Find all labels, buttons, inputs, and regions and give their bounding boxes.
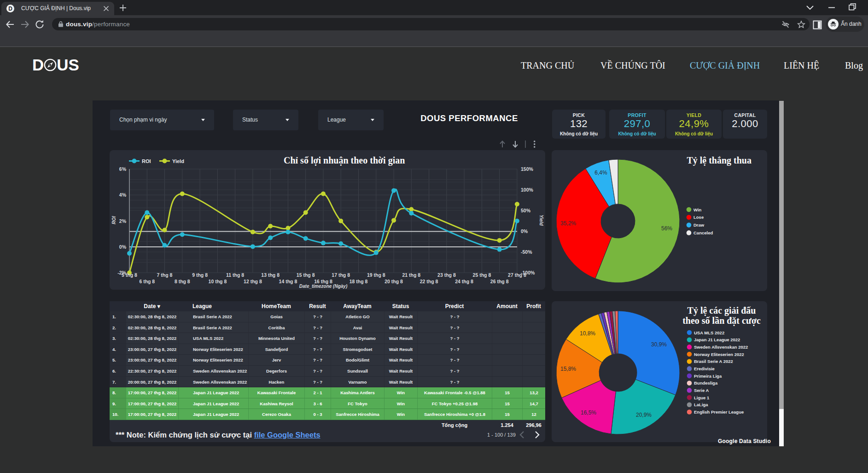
- svg-text:0%: 0%: [119, 244, 127, 250]
- svg-text:14 thg 8: 14 thg 8: [279, 279, 297, 284]
- svg-text:50%: 50%: [521, 208, 531, 213]
- svg-text:23 thg 8: 23 thg 8: [437, 272, 456, 278]
- svg-text:56%: 56%: [661, 225, 672, 232]
- svg-text:21 thg 8: 21 thg 8: [402, 272, 420, 278]
- svg-text:4%: 4%: [119, 192, 127, 198]
- svg-text:Japan J1 League 2022: Japan J1 League 2022: [694, 337, 740, 342]
- svg-text:24 thg 8: 24 thg 8: [455, 279, 473, 284]
- svg-text:22 thg 8: 22 thg 8: [420, 279, 438, 284]
- svg-text:10 thg 8: 10 thg 8: [209, 279, 227, 284]
- svg-text:Serie A: Serie A: [694, 388, 709, 393]
- svg-text:8 thg 8: 8 thg 8: [175, 279, 190, 284]
- svg-text:Lose: Lose: [693, 215, 704, 220]
- svg-text:Norway Eliteserien 2022: Norway Eliteserien 2022: [694, 352, 744, 357]
- svg-text:Bundesliga: Bundesliga: [694, 380, 718, 385]
- svg-text:2%: 2%: [119, 218, 127, 224]
- svg-text:Win: Win: [693, 207, 702, 212]
- svg-text:Draw: Draw: [693, 222, 705, 228]
- svg-text:10,8%: 10,8%: [580, 330, 595, 337]
- svg-text:15 thg 8: 15 thg 8: [297, 272, 315, 278]
- svg-text:9 thg 8: 9 thg 8: [192, 272, 208, 278]
- svg-text:35,2%: 35,2%: [560, 220, 576, 227]
- svg-text:6 thg 8: 6 thg 8: [139, 279, 155, 284]
- svg-text:Date_timezone (Ngày): Date_timezone (Ngày): [299, 284, 348, 289]
- svg-text:15,8%: 15,8%: [560, 366, 576, 372]
- svg-text:ROI: ROI: [111, 216, 117, 224]
- svg-text:English Premier League: English Premier League: [694, 409, 744, 415]
- svg-text:6,4%: 6,4%: [594, 169, 607, 176]
- svg-text:19 thg 8: 19 thg 8: [367, 272, 385, 278]
- svg-text:LaLiga: LaLiga: [694, 402, 708, 407]
- svg-text:ROI: ROI: [142, 158, 151, 164]
- svg-text:100%: 100%: [521, 187, 534, 193]
- svg-text:30,9%: 30,9%: [651, 341, 667, 348]
- svg-text:17 thg 8: 17 thg 8: [332, 272, 350, 278]
- svg-text:USA MLS 2022: USA MLS 2022: [694, 330, 724, 335]
- svg-text:Canceled: Canceled: [693, 230, 713, 235]
- svg-text:20,9%: 20,9%: [636, 412, 652, 418]
- svg-text:16 thg 8: 16 thg 8: [314, 279, 332, 284]
- svg-text:Brasil Serie A 2022: Brasil Serie A 2022: [694, 359, 733, 364]
- svg-text:26 thg 8: 26 thg 8: [490, 279, 509, 284]
- svg-text:13 thg 8: 13 thg 8: [261, 272, 280, 278]
- svg-text:5 thg 8: 5 thg 8: [122, 272, 137, 278]
- svg-text:150%: 150%: [521, 166, 534, 172]
- svg-text:D: D: [8, 6, 12, 12]
- svg-text:Yield: Yield: [539, 215, 544, 226]
- svg-text:27 thg 8: 27 thg 8: [508, 272, 526, 278]
- svg-text:Yield: Yield: [172, 158, 184, 164]
- svg-text:12 thg 8: 12 thg 8: [244, 279, 262, 284]
- svg-text:-50%: -50%: [521, 249, 532, 255]
- svg-text:Ligue 1: Ligue 1: [694, 395, 710, 400]
- svg-text:20 thg 8: 20 thg 8: [384, 279, 403, 284]
- svg-text:16,5%: 16,5%: [581, 409, 596, 416]
- svg-text:11 thg 8: 11 thg 8: [226, 272, 244, 278]
- svg-text:Eredivisie: Eredivisie: [694, 366, 715, 371]
- svg-text:6%: 6%: [119, 166, 127, 172]
- svg-text:Primeira Liga: Primeira Liga: [694, 374, 722, 379]
- svg-text:Sweden Allsvenskan 2022: Sweden Allsvenskan 2022: [694, 345, 748, 350]
- svg-text:18 thg 8: 18 thg 8: [350, 279, 368, 284]
- svg-text:7 thg 8: 7 thg 8: [157, 272, 173, 278]
- svg-text:0%: 0%: [521, 228, 528, 234]
- svg-text:25 thg 8: 25 thg 8: [473, 272, 491, 278]
